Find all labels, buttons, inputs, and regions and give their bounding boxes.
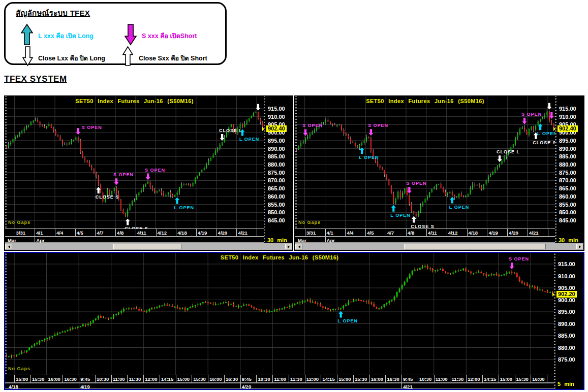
- svg-text:L OPEN: L OPEN: [239, 137, 259, 142]
- x-axis-label: 4/18: [469, 230, 478, 236]
- x-axis-label: 16:00: [532, 376, 544, 382]
- axis-separator: [236, 229, 237, 236]
- svg-text:S OPEN: S OPEN: [521, 112, 542, 117]
- price-tick: 855.00: [559, 202, 576, 208]
- axis-separator: [240, 375, 241, 382]
- axis-separator: [30, 375, 31, 382]
- price-pointer-icon: [262, 127, 266, 131]
- axis-separator: [305, 229, 305, 236]
- axis-separator: [63, 375, 63, 382]
- axis-separator: [345, 229, 346, 236]
- x-axis-label: 4/11: [137, 230, 146, 236]
- price-tick: 915.00: [558, 261, 575, 267]
- axis-separator: [466, 375, 467, 382]
- x-axis-label: 16:00: [371, 376, 383, 382]
- x-axis-label: 16:30: [226, 376, 238, 382]
- x-axis-label: 14:15: [322, 376, 334, 382]
- price-tick: 895.00: [559, 138, 576, 144]
- axis-separator: [528, 229, 528, 236]
- price-tick: 870.00: [559, 177, 576, 183]
- axis-separator: [337, 375, 337, 382]
- x-axis-label: 11:00: [436, 376, 448, 382]
- horizontal-scrollbar[interactable]: [295, 243, 583, 250]
- axis-separator: [15, 229, 15, 236]
- axis-separator: [482, 375, 483, 382]
- x-axis-label: 15:30: [32, 376, 44, 382]
- x-axis-label: 16:30: [64, 376, 76, 382]
- x-axis-label: 12:00: [306, 376, 319, 382]
- close-short-arrow-icon: [121, 45, 134, 69]
- axis-separator: [136, 229, 136, 236]
- svg-text:L OPEN: L OPEN: [174, 205, 194, 210]
- price-tick: 850.00: [268, 209, 285, 215]
- x-axis-label: 4/1: [36, 230, 43, 236]
- x-axis-label: 4/1: [327, 230, 333, 236]
- x-axis-label: 15:00: [16, 376, 28, 382]
- price-tick-ruler: [264, 96, 265, 250]
- x-axis-label: 10:30: [97, 376, 109, 382]
- price-tick: 860.00: [268, 193, 285, 200]
- svg-text:CLOSE S: CLOSE S: [533, 140, 555, 145]
- legend-close-short-label: Close Sxx คือ ปิด Short: [139, 53, 207, 63]
- legend-title: สัญลักษณ์ระบบ TFEX: [16, 7, 90, 19]
- signal-close-s: CLOSE S: [125, 218, 148, 228]
- price-tick-ruler: [555, 96, 556, 250]
- price-tick-ruler: [554, 253, 555, 389]
- axis-separator: [240, 383, 241, 388]
- axis-separator: [95, 375, 96, 382]
- svg-text:L OPEN: L OPEN: [359, 155, 379, 160]
- x-axis-label: 3/31: [306, 230, 316, 236]
- x-axis-label: 4/18: [177, 230, 187, 236]
- left-tick-ruler: [295, 96, 297, 228]
- x-axis-label: 9:45: [403, 376, 413, 382]
- x-axis-label: 10:30: [419, 376, 431, 382]
- left-arrow-icon: [7, 245, 10, 248]
- x-axis-label: 4/7: [387, 230, 394, 236]
- scrollbar-thumb[interactable]: [404, 244, 546, 249]
- svg-text:S OPEN: S OPEN: [113, 172, 134, 177]
- axis-separator: [365, 229, 366, 236]
- scroll-left-button[interactable]: [5, 244, 12, 249]
- period-label: 4/20: [242, 384, 252, 389]
- svg-text:S OPEN: S OPEN: [302, 123, 323, 128]
- x-axis-label: 4/4: [56, 230, 63, 236]
- axis-separator: [487, 229, 487, 236]
- legend-panel: สัญลักษณ์ระบบ TFEX L xxx คือ เปิด Long S…: [4, 2, 227, 65]
- no-gaps-label: No Gaps: [298, 220, 321, 225]
- price-pointer-icon: [553, 127, 558, 131]
- scrollbar-thumb[interactable]: [113, 244, 181, 249]
- month-axis-band: MarApr: [5, 237, 264, 243]
- scroll-right-button[interactable]: [285, 244, 292, 249]
- price-tick: 865.00: [268, 185, 285, 191]
- axis-separator: [467, 229, 468, 236]
- scroll-right-button[interactable]: [576, 244, 583, 249]
- axis-separator: [216, 229, 217, 236]
- x-axis-label: 15:00: [500, 376, 512, 382]
- price-tick: 885.00: [268, 153, 285, 159]
- legend-open-short-label: S xxx คือ เปิดShort: [142, 31, 197, 41]
- horizontal-scrollbar[interactable]: [5, 243, 292, 250]
- left-arrow-icon: [297, 245, 300, 248]
- price-tick: 910.00: [268, 114, 285, 120]
- axis-separator: [548, 229, 548, 236]
- axis-separator: [111, 375, 112, 382]
- left-tick-ruler: [5, 253, 7, 375]
- price-tick: 865.00: [559, 185, 576, 191]
- scroll-left-button[interactable]: [295, 244, 302, 249]
- x-axis-label: 4/12: [158, 230, 167, 236]
- axis-separator: [353, 375, 354, 382]
- axis-separator: [95, 229, 96, 236]
- axis-separator: [531, 375, 531, 382]
- price-tick: 860.00: [559, 193, 576, 200]
- svg-text:S OPEN: S OPEN: [145, 168, 165, 173]
- axis-separator: [192, 375, 192, 382]
- x-axis-label: 4/8: [117, 230, 123, 236]
- x-axis-label: 11:30: [451, 376, 463, 382]
- x-axis-label: 4/12: [448, 230, 458, 236]
- svg-text:L OPEN: L OPEN: [537, 131, 555, 136]
- signal-signal-arrow: [549, 112, 554, 119]
- x-axis-label: 15:30: [193, 376, 205, 382]
- axis-separator: [450, 375, 450, 382]
- signal-l-open: L OPEN: [390, 205, 410, 218]
- svg-text:L OPEN: L OPEN: [390, 213, 410, 218]
